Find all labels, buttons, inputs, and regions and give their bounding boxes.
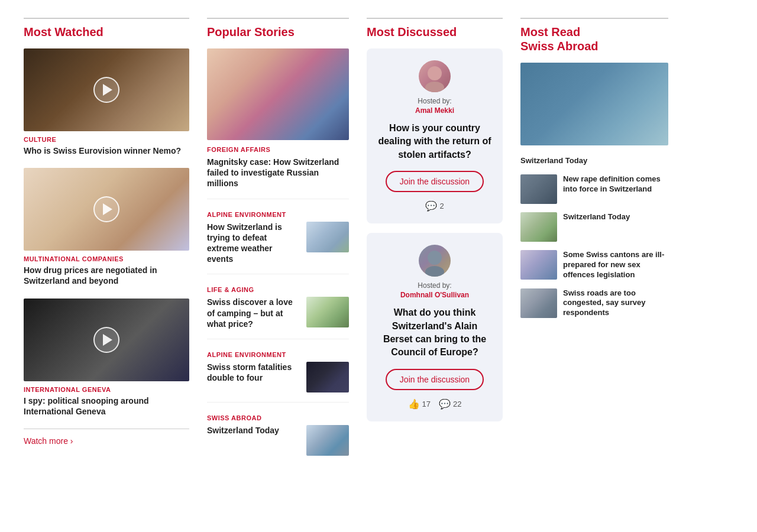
read-title: Swiss roads are too congested, say surve… xyxy=(563,288,668,319)
story-thumbnail xyxy=(306,222,349,252)
thumbs-up-icon: 👍 xyxy=(408,398,420,410)
video-thumbnail[interactable] xyxy=(24,48,189,131)
read-item[interactable]: Swiss roads are too congested, say surve… xyxy=(520,288,668,319)
video-thumbnail[interactable] xyxy=(24,168,189,251)
most-read-title: Most Read Swiss Abroad xyxy=(520,25,599,53)
discussion-stats: 💬 2 xyxy=(376,200,493,212)
story-category: ALPINE ENVIRONMENT xyxy=(207,211,349,218)
story-item[interactable]: ALPINE ENVIRONMENT How Switzerland is tr… xyxy=(207,211,349,275)
hosted-by-label: Hosted by: xyxy=(376,281,493,290)
video-item[interactable]: MULTINATIONAL COMPANIES How drug prices … xyxy=(24,168,189,286)
story-thumbnail xyxy=(306,362,349,392)
discussion-question: What do you think Switzerland's Alain Be… xyxy=(376,306,493,359)
video-item[interactable]: CULTURE Who is Swiss Eurovision winner N… xyxy=(24,48,189,156)
discussion-card: Hosted by: Amal Mekki How is your countr… xyxy=(367,48,503,223)
chat-icon: 💬 xyxy=(439,398,451,410)
svg-point-0 xyxy=(428,66,442,80)
story-title: Swiss storm fatalities double to four xyxy=(207,362,300,383)
read-title: Some Swiss cantons are ill-prepared for … xyxy=(563,250,668,280)
story-thumbnail xyxy=(306,297,349,327)
video-category: MULTINATIONAL COMPANIES xyxy=(24,255,189,262)
host-avatar xyxy=(419,60,451,92)
story-category: ALPINE ENVIRONMENT xyxy=(207,351,349,358)
host-avatar xyxy=(419,245,451,277)
read-main-image xyxy=(520,63,668,145)
read-thumbnail xyxy=(520,250,557,280)
read-title: Switzerland Today xyxy=(563,212,630,222)
svg-point-2 xyxy=(428,251,442,265)
popular-stories-header: Popular Stories xyxy=(207,18,349,39)
join-discussion-button[interactable]: Join the discussion xyxy=(386,369,484,390)
story-title: Magnitsky case: How Switzerland failed t… xyxy=(207,157,349,189)
play-icon xyxy=(103,203,112,215)
most-discussed-section: Most Discussed Hosted by: Amal Mekki How… xyxy=(367,18,503,477)
video-title: Who is Swiss Eurovision winner Nemo? xyxy=(24,145,189,156)
play-button[interactable] xyxy=(93,327,119,353)
story-title: Swiss discover a love of camping – but a… xyxy=(207,297,300,329)
watch-more-anchor[interactable]: Watch more › xyxy=(24,436,73,446)
read-thumbnail xyxy=(520,212,557,242)
read-item[interactable]: Some Swiss cantons are ill-prepared for … xyxy=(520,250,668,280)
story-title: How Switzerland is trying to defeat extr… xyxy=(207,222,300,265)
read-title: New rape definition comes into force in … xyxy=(563,174,668,194)
story-text: How Switzerland is trying to defeat extr… xyxy=(207,222,300,265)
like-count: 👍 17 xyxy=(408,398,431,410)
play-icon xyxy=(103,334,112,346)
read-thumbnail xyxy=(520,174,557,204)
most-discussed-header: Most Discussed xyxy=(367,18,503,39)
most-read-section: Most Read Swiss Abroad Switzerland Today… xyxy=(520,18,668,477)
read-item[interactable]: Switzerland Today xyxy=(520,212,668,242)
watch-more-link[interactable]: Watch more › xyxy=(24,429,189,446)
video-title: How drug prices are negotiated in Switze… xyxy=(24,265,189,286)
story-main-image xyxy=(207,48,349,140)
play-button[interactable] xyxy=(93,77,119,103)
chat-icon: 💬 xyxy=(425,200,437,212)
play-button[interactable] xyxy=(93,196,119,222)
discussion-stats: 👍 17 💬 22 xyxy=(376,398,493,410)
video-thumbnail[interactable] xyxy=(24,299,189,381)
story-text: Swiss storm fatalities double to four xyxy=(207,362,300,383)
comment-count: 💬 22 xyxy=(439,398,461,410)
story-item[interactable]: LIFE & AGING Swiss discover a love of ca… xyxy=(207,286,349,339)
discussion-card: Hosted by: Domhnall O'Sullivan What do y… xyxy=(367,233,503,421)
host-name: Domhnall O'Sullivan xyxy=(376,291,493,299)
most-watched-section: Most Watched CULTURE Who is Swiss Eurovi… xyxy=(24,18,189,477)
read-item[interactable]: New rape definition comes into force in … xyxy=(520,174,668,204)
read-thumbnail xyxy=(520,288,557,318)
most-read-header: Most Read Swiss Abroad xyxy=(520,18,668,53)
story-text: Swiss discover a love of camping – but a… xyxy=(207,297,300,329)
read-main-item[interactable]: Switzerland Today xyxy=(520,63,668,166)
most-watched-header: Most Watched xyxy=(24,18,189,39)
popular-stories-section: Popular Stories FOREIGN AFFAIRS Magnitsk… xyxy=(207,18,349,477)
host-name: Amal Mekki xyxy=(376,106,493,115)
story-category: FOREIGN AFFAIRS xyxy=(207,146,349,153)
watch-more-label: Watch more xyxy=(24,436,68,446)
svg-point-3 xyxy=(425,266,444,277)
story-title: Switzerland Today xyxy=(207,425,300,436)
avatar-image xyxy=(419,245,451,277)
most-discussed-title: Most Discussed xyxy=(367,25,457,38)
play-icon xyxy=(103,84,112,96)
video-category: INTERNATIONAL GENEVA xyxy=(24,386,189,393)
comment-count: 💬 2 xyxy=(425,200,444,212)
most-watched-title: Most Watched xyxy=(24,25,103,38)
hosted-by-label: Hosted by: xyxy=(376,97,493,105)
comment-number: 2 xyxy=(439,202,444,210)
video-category: CULTURE xyxy=(24,136,189,143)
svg-point-1 xyxy=(425,82,444,92)
comment-number: 22 xyxy=(453,400,461,408)
story-item[interactable]: ALPINE ENVIRONMENT Swiss storm fatalitie… xyxy=(207,351,349,403)
story-category: SWISS ABROAD xyxy=(207,414,349,421)
join-discussion-button[interactable]: Join the discussion xyxy=(386,171,484,192)
avatar-image xyxy=(419,60,451,92)
video-title: I spy: political snooping around Interna… xyxy=(24,395,189,417)
story-category: LIFE & AGING xyxy=(207,286,349,293)
like-number: 17 xyxy=(422,400,431,408)
story-item[interactable]: SWISS ABROAD Switzerland Today xyxy=(207,414,349,465)
video-item[interactable]: INTERNATIONAL GENEVA I spy: political sn… xyxy=(24,299,189,417)
read-title: Switzerland Today xyxy=(520,156,587,166)
popular-stories-title: Popular Stories xyxy=(207,25,295,38)
story-text: Switzerland Today xyxy=(207,425,300,436)
discussion-question: How is your country dealing with the ret… xyxy=(376,122,493,161)
story-item[interactable]: FOREIGN AFFAIRS Magnitsky case: How Swit… xyxy=(207,48,349,199)
